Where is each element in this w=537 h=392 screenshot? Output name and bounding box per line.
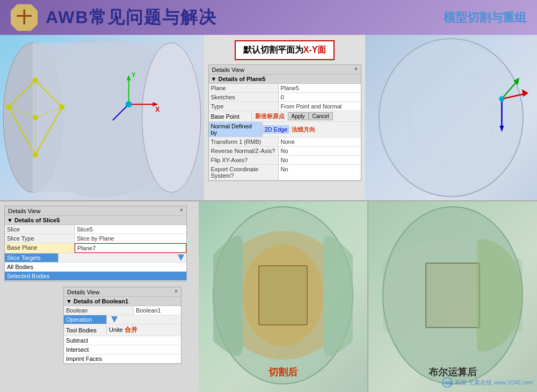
svg-point-21 (126, 101, 132, 107)
header-subtitle: 模型切割与重组 (444, 10, 526, 26)
label-highlight: X-Y面 (303, 45, 326, 54)
svg-text:有限: 有限 (444, 381, 453, 385)
center-panel: 默认切割平面为X-Y面 Details View ᵖ ▼ Details of … (204, 35, 365, 200)
base-point-annotation: 新坐标原点 (252, 111, 288, 121)
label-prefix: 默认切割平面为 (243, 45, 303, 54)
details-view-header: Details View ᵖ (209, 65, 361, 75)
details-pin-icon: ᵖ (355, 66, 358, 73)
svg-rect-35 (259, 266, 307, 325)
normal-annotation: 法线方向 (289, 125, 317, 135)
base-plane-label: Base Plane (5, 243, 75, 253)
slice-collapse-icon: ▼ (7, 217, 14, 223)
logo-text: 有限 元素在线 (455, 379, 492, 387)
imprint-faces-option[interactable]: Imprint Faces (64, 354, 181, 364)
base-point-row: Base Point 新坐标原点 Apply Cancel (209, 111, 361, 122)
export-coord-row: Export Coordinate System? No (209, 165, 361, 180)
base-point-label: Base Point (209, 112, 252, 121)
flip-xy-row: Flip XY-Axes? No (209, 156, 361, 165)
sketches-row: Sketches 0 (209, 93, 361, 102)
op-dropdown-arrow-icon (111, 316, 118, 323)
all-bodies-item[interactable]: All Bodies (5, 263, 186, 272)
svg-text:Y: Y (132, 71, 136, 79)
normal-value: 2D Edge (263, 125, 290, 134)
main-content: Y X 默认切割平面为X-Y面 De (0, 35, 537, 392)
unite-annotation: 合并 (125, 326, 137, 333)
bool-result-svg (368, 201, 537, 392)
flip-value: No (279, 156, 361, 164)
header: 十 AWB常见问题与解决 模型切割与重组 (0, 0, 537, 35)
subtract-option[interactable]: Subtract (64, 336, 181, 345)
logo-url: www.1CAE.com (494, 380, 533, 386)
details-view-title: Details View (212, 67, 244, 73)
slice-result-svg (199, 201, 367, 392)
sketches-value: 0 (279, 93, 361, 101)
normal-label: Normal Defined by (209, 122, 263, 137)
tool-bodies-label: Tool Bodies (64, 326, 107, 335)
bool-collapse-icon: ▼ (66, 298, 74, 304)
slice-targets-value[interactable] (59, 253, 186, 262)
type-row: Type From Point and Normal (209, 102, 361, 111)
bool1-section-title: ▼ Details of Boolean1 (64, 297, 181, 306)
transform-row: Transform 1 (RMB) None (209, 137, 361, 147)
svg-point-31 (499, 96, 504, 101)
boolean-value: Boolean1 (134, 306, 181, 315)
details-view-plane5: Details View ᵖ ▼ Details of Plane5 Plane… (208, 64, 361, 181)
slice-row: Slice Slice5 (5, 225, 186, 234)
logo-icon: 有限 (442, 377, 453, 388)
bool-details-header: Details View ᵖ (64, 287, 181, 297)
apply-button[interactable]: Apply (288, 112, 309, 120)
dropdown-arrow-icon (178, 255, 184, 261)
reverse-normal-row: Reverse Normal/Z-Axis? No (209, 147, 361, 156)
plane-value: Plane5 (279, 84, 361, 92)
bool-details-title: Details View (67, 289, 99, 295)
bottom-section: Details View ᵖ ▼ Details of Slice5 Slice… (0, 201, 537, 392)
header-title: AWB常见问题与解决 (46, 6, 217, 30)
type-value: From Point and Normal (279, 102, 361, 111)
svg-text:X: X (155, 106, 159, 113)
normal-defined-row: Normal Defined by 2D Edge 法线方向 (209, 122, 361, 137)
svg-marker-26 (522, 89, 528, 97)
details-view-slice5: Details View ᵖ ▼ Details of Slice5 Slice… (4, 206, 187, 281)
export-label: Export Coordinate System? (209, 165, 279, 180)
export-value: No (279, 165, 361, 180)
intersect-option[interactable]: Intersect (64, 345, 181, 354)
operation-label: Operation (64, 315, 107, 324)
slice-result-label: 切割后 (268, 366, 297, 379)
plane-label: Plane (209, 84, 279, 92)
bool-pin-icon: ᵖ (175, 288, 178, 295)
slice-result-view: 切割后 (199, 201, 368, 392)
right-3d-svg (365, 35, 537, 200)
slice-value: Slice5 (75, 225, 186, 234)
top-section: Y X 默认切割平面为X-Y面 De (0, 35, 537, 201)
base-plane-value: Plane7 (75, 243, 186, 253)
tool-bodies-value: Unite 合并 (107, 324, 181, 336)
details-view-bool1: Details View ᵖ ▼ Details of Boolean1 Boo… (63, 287, 182, 364)
operation-value[interactable] (107, 315, 181, 324)
plane5-section-title: ▼ Details of Plane5 (209, 75, 361, 84)
selected-bodies-item[interactable]: Selected Bodies (5, 272, 186, 281)
slice-type-label: Slice Type (5, 234, 75, 243)
slice-targets-label: Slice Targets (5, 253, 59, 262)
slice-type-row: Slice Type Slice by Plane (5, 234, 186, 243)
reverse-label: Reverse Normal/Z-Axis? (209, 147, 279, 155)
tool-bodies-row: Tool Bodies Unite 合并 (64, 324, 181, 336)
sketches-label: Sketches (209, 93, 279, 101)
collapse-icon: ▼ (211, 76, 219, 82)
slice-pin-icon: ᵖ (180, 207, 183, 214)
transform-label: Transform 1 (RMB) (209, 137, 279, 146)
boolean-row: Boolean Boolean1 (64, 306, 181, 315)
logo-watermark: 有限 有限 元素在线 www.1CAE.com (442, 377, 533, 388)
slice-targets-row[interactable]: Slice Targets (5, 253, 186, 263)
left-3d-view: Y X (0, 35, 204, 200)
type-label: Type (209, 102, 279, 111)
operation-row[interactable]: Operation (64, 315, 181, 324)
slice-label-box: 默认切割平面为X-Y面 (235, 40, 335, 60)
header-icon: 十 (11, 4, 38, 31)
bottom-left-panel: Details View ᵖ ▼ Details of Slice5 Slice… (0, 201, 199, 392)
svg-rect-39 (426, 263, 480, 328)
svg-point-3 (142, 43, 201, 192)
boolean-label: Boolean (64, 306, 134, 315)
cancel-button[interactable]: Cancel (309, 112, 333, 120)
base-plane-row: Base Plane Plane7 (5, 243, 186, 253)
slice-type-value: Slice by Plane (75, 234, 186, 243)
